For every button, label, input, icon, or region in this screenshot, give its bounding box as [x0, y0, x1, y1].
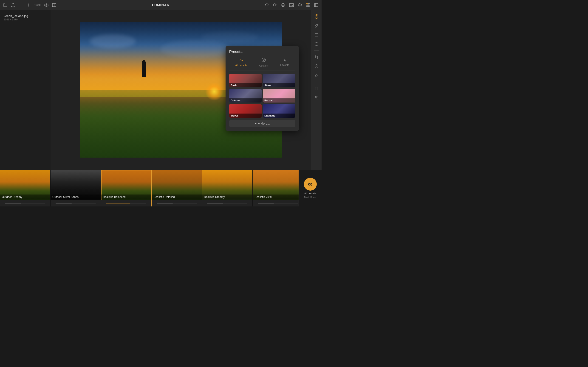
favorite-icon: ★: [283, 58, 287, 63]
all-presets-button[interactable]: ∞: [304, 178, 317, 191]
more-label: + More...: [258, 122, 270, 125]
film-item-outdoor-silver[interactable]: Outdoor Silver Sands: [51, 170, 101, 206]
layers-icon[interactable]: [297, 2, 302, 8]
left-panel: Green_Iceland.jpg 5069 x 3379: [0, 10, 51, 170]
presets-tabs: ∞ All presets Custom ★ Favorite: [229, 57, 295, 70]
film-label-realistic-balanced: Realistic Balanced: [101, 194, 151, 200]
basic-boost-label: Basic Boost: [304, 196, 316, 199]
preset-card-travel[interactable]: Travel: [229, 104, 262, 118]
film-progress-bar-4: [152, 200, 202, 206]
svg-rect-11: [314, 3, 318, 7]
undo-icon[interactable]: [264, 2, 269, 8]
hand-tool-button[interactable]: [313, 13, 320, 20]
split-view-icon[interactable]: [52, 2, 57, 8]
zoom-level: 100%: [34, 3, 41, 7]
svg-point-18: [316, 65, 317, 66]
preset-card-dramatic[interactable]: Dramatic: [263, 104, 295, 118]
crop-tool-button[interactable]: [313, 53, 320, 61]
preset-card-portrait[interactable]: Portrait: [263, 89, 295, 102]
preset-card-outdoor[interactable]: Outdoor: [229, 89, 262, 102]
toolbar-separator-1: [314, 50, 319, 51]
tab-all-presets[interactable]: ∞ All presets: [233, 57, 249, 68]
scissors-tool-button[interactable]: [313, 94, 320, 101]
folder-icon[interactable]: [3, 2, 8, 8]
export-icon[interactable]: [10, 2, 16, 8]
more-button[interactable]: + + More...: [229, 120, 295, 127]
svg-rect-9: [306, 5, 308, 7]
svg-rect-0: [19, 5, 23, 5]
presets-panel: Presets ∞ All presets Custom ★: [225, 46, 299, 131]
film-item-outdoor-dreamy[interactable]: Outdoor Dreamy: [0, 170, 51, 206]
person-silhouette: [140, 60, 147, 78]
film-progress-track-6: [258, 203, 298, 203]
svg-point-14: [262, 58, 266, 62]
film-item-realistic-vivid[interactable]: Realistic Vivid: [253, 170, 303, 206]
svg-rect-16: [315, 33, 318, 36]
image-icon[interactable]: [289, 2, 294, 8]
film-progress-bar-1: [0, 200, 50, 206]
app-title: LUMINAR: [152, 3, 170, 7]
svg-point-6: [290, 4, 291, 5]
brush-tool-button[interactable]: [313, 22, 320, 29]
svg-point-1: [46, 4, 47, 6]
topbar-left: 100%: [3, 2, 57, 8]
svg-line-27: [316, 99, 318, 99]
film-progress-fill-5: [207, 203, 223, 203]
all-presets-icon: ∞: [240, 58, 243, 63]
svg-point-4: [282, 3, 285, 7]
tab-favorite[interactable]: ★ Favorite: [278, 57, 291, 68]
presets-title: Presets: [229, 50, 295, 54]
right-toolbar: [311, 10, 321, 170]
svg-line-26: [316, 96, 318, 97]
erase-tool-button[interactable]: [313, 72, 320, 79]
custom-icon: [261, 58, 266, 63]
sun-glow: [205, 82, 224, 101]
film-progress-track-2: [56, 203, 96, 203]
svg-rect-7: [306, 3, 308, 5]
film-progress-bar-2: [51, 200, 101, 206]
film-progress-bar-3: [101, 200, 151, 206]
minus-icon[interactable]: [18, 2, 23, 8]
toolbar-separator-2: [314, 82, 319, 82]
film-progress-fill-6: [258, 203, 274, 203]
film-progress-bar-6: [253, 200, 303, 206]
svg-rect-10: [308, 5, 310, 7]
film-label-realistic-vivid: Realistic Vivid: [253, 194, 303, 200]
svg-point-25: [315, 98, 316, 99]
preset-card-basic[interactable]: Basic: [229, 74, 262, 87]
rectangle-tool-button[interactable]: [313, 31, 320, 39]
more-icon: +: [255, 122, 257, 125]
preset-card-street[interactable]: Street: [263, 74, 295, 87]
tab-custom-label: Custom: [259, 64, 268, 67]
film-progress-track-4: [157, 203, 197, 203]
confirm-icon[interactable]: [281, 2, 286, 8]
film-item-realistic-dreamy[interactable]: Realistic Dreamy: [202, 170, 253, 206]
filmstrip: Outdoor Dreamy Outdoor Silver Sands Real…: [0, 170, 321, 206]
topbar: 100% LUMINAR: [0, 0, 321, 10]
canvas-area: Presets ∞ All presets Custom ★: [51, 10, 311, 170]
tab-all-label: All presets: [235, 64, 247, 67]
eye-icon[interactable]: [44, 2, 49, 8]
redo-icon[interactable]: [272, 2, 277, 8]
panels-icon[interactable]: [314, 2, 319, 8]
presets-grid: Basic Street Outdoor Portrait Travel Dra…: [229, 74, 295, 118]
person-head: [142, 60, 146, 65]
tab-custom[interactable]: Custom: [258, 57, 270, 68]
film-item-realistic-detailed[interactable]: Realistic Detailed: [152, 170, 202, 206]
texture-tool-button[interactable]: [313, 85, 320, 92]
film-label-outdoor-silver: Outdoor Silver Sands: [51, 194, 101, 200]
film-progress-track-3: [106, 203, 146, 203]
preset-street-label: Street: [263, 83, 295, 87]
person-tool-button[interactable]: [313, 63, 320, 70]
all-presets-section: ∞ All presets Basic Boost: [299, 170, 321, 206]
all-presets-label: All presets: [304, 192, 316, 195]
preset-dramatic-label: Dramatic: [263, 114, 295, 118]
film-progress-fill-3: [106, 203, 130, 203]
film-item-realistic-balanced[interactable]: Realistic Balanced: [101, 170, 152, 206]
all-presets-infinity-icon: ∞: [308, 181, 313, 188]
grid-view-icon[interactable]: [305, 2, 311, 8]
file-dimensions: 5069 x 3379: [4, 18, 47, 21]
plus-icon[interactable]: [26, 2, 31, 8]
svg-point-15: [263, 59, 264, 60]
circle-tool-button[interactable]: [313, 40, 320, 48]
